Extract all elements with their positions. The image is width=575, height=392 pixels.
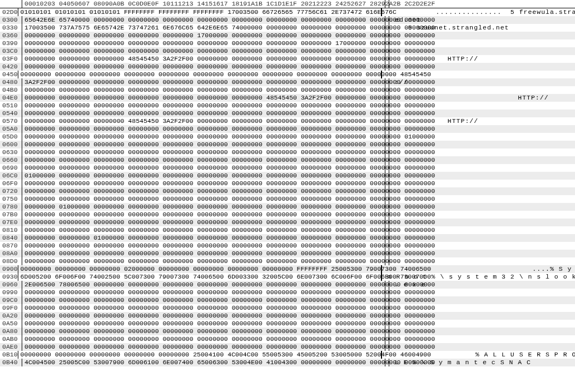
hex-cell[interactable]: 00000000 00000000 00000000 00000000 0000… [24,156,383,164]
hex-cell[interactable]: 00000000 00000000 00000000 00000000 0000… [24,343,383,351]
hex-cell[interactable]: 00000000 00000000 00000000 00000000 0000… [24,47,383,55]
hex-cell[interactable]: 00000000 00000000 00000000 00000000 0000… [24,32,383,39]
ascii-cell[interactable] [391,156,575,164]
ascii-cell[interactable]: :// [391,78,575,86]
hex-row[interactable]: 09F000000000 00000000 00000000 00000000 … [0,304,575,312]
hex-cell[interactable]: 00000000 00000000 00000000 00000000 0000… [24,86,383,94]
hex-cell[interactable]: 00000000 00000000 00000000 00000000 0000… [24,141,383,148]
hex-cell[interactable]: 3A2F2F00 00000000 00000000 00000000 0000… [24,78,383,86]
ascii-cell[interactable] [391,195,575,203]
ascii-cell[interactable] [391,39,575,47]
ascii-cell[interactable] [391,257,575,265]
ascii-cell[interactable] [391,141,575,148]
ascii-cell[interactable] [391,219,575,226]
hex-row[interactable]: 075000000000 00000000 00000000 00000000 … [0,195,575,203]
ascii-cell[interactable] [391,343,575,351]
hex-row[interactable]: 08A000000000 00000000 00000000 00000000 … [0,250,575,257]
ascii-cell[interactable] [391,320,575,328]
hex-row[interactable]: 0A2000000000 00000000 00000000 00000000 … [0,312,575,320]
hex-cell[interactable]: 00000000 00000000 00000000 00000000 0000… [24,125,383,133]
ascii-cell[interactable]: ed.net [391,16,575,24]
ascii-cell[interactable] [391,312,575,320]
ascii-cell[interactable] [391,242,575,250]
ascii-cell[interactable] [391,164,575,172]
hex-cell[interactable]: 00000000 00000000 00000000 00000000 0000… [24,335,383,343]
hex-cell[interactable]: 4C004500 25005C00 53007900 6D006100 6E00… [24,359,383,366]
hex-cell[interactable]: 00000000 00000000 00000000 00000000 0000… [24,180,383,187]
ascii-cell[interactable] [391,110,575,117]
hex-row[interactable]: 03F000000000 00000000 00000000 48545450 … [0,55,575,63]
hex-cell[interactable]: 01010101 01010101 01010101 FFFFFFFF FFFF… [21,8,379,16]
hex-row[interactable]: 09306D005200 6F006F00 74002500 5C007300 … [0,273,575,281]
ascii-cell[interactable] [391,304,575,312]
ascii-cell[interactable]: HTTP:// [391,55,575,63]
hex-row[interactable]: 042000000000 00000000 00000000 00000000 … [0,63,575,71]
hex-cell[interactable]: 00000000 00000000 01000000 00000000 0000… [24,234,383,242]
hex-row[interactable]: 0A5000000000 00000000 00000000 00000000 … [0,320,575,328]
hex-cell[interactable]: 6D005200 6F006F00 74002500 5C007300 7900… [21,273,379,281]
ascii-cell[interactable] [391,148,575,156]
hex-row[interactable]: 05D000000000 00000000 00000000 00000000 … [0,133,575,141]
ascii-cell[interactable] [391,172,575,180]
hex-cell[interactable]: 00000000 00000000 00000000 00000000 0000… [24,211,383,219]
hex-cell[interactable]: 17003500 737A7575 6E65742E 73747261 6E67… [24,24,383,32]
hex-row[interactable]: 04E000000000 00000000 00000000 00000000 … [0,94,575,102]
hex-cell[interactable]: 00000000 00000000 00000000 00000000 0000… [24,328,383,335]
hex-cell[interactable]: 00000000 00000000 00000000 00000000 0000… [24,219,383,226]
ascii-cell[interactable] [391,250,575,257]
hex-row[interactable]: 063000000000 00000000 00000000 00000000 … [0,148,575,156]
hex-row[interactable]: 060000000000 00000000 00000000 00000000 … [0,141,575,148]
hex-row[interactable]: 084000000000 00000000 01000000 00000000 … [0,234,575,242]
hex-cell[interactable]: 00000000 00000000 00000000 00000000 0000… [24,164,383,172]
hex-row[interactable]: 0AE000000000 00000000 00000000 00000000 … [0,343,575,351]
hex-row[interactable]: 090000000000 00000000 00000000 02000000 … [0,265,575,273]
ascii-cell[interactable] [391,289,575,296]
hex-row[interactable]: 099000000000 00000000 00000000 00000000 … [0,289,575,296]
hex-row[interactable]: 0B1000000000 00000000 00000000 00000000 … [0,351,575,359]
hex-row[interactable]: 072000000000 00000000 00000000 00000000 … [0,187,575,195]
hex-row[interactable]: 0AB000000000 00000000 00000000 00000000 … [0,335,575,343]
ascii-cell[interactable] [391,180,575,187]
ascii-cell[interactable]: HTTP:// [391,94,575,102]
hex-row[interactable]: 07B000000000 00000000 00000000 00000000 … [0,211,575,219]
hex-row[interactable]: 078000000000 01000000 00000000 00000000 … [0,203,575,211]
hex-row[interactable]: 057000000000 00000000 00000000 48545450 … [0,117,575,125]
hex-cell[interactable]: 00000000 00000000 00000000 00000000 0000… [24,102,383,110]
hex-cell[interactable]: 00000000 00000000 00000000 00000000 0000… [24,296,383,304]
hex-row[interactable]: 030065642E6E 65740000 00000000 00000000 … [0,16,575,24]
hex-cell[interactable]: 00000000 00000000 00000000 00000000 0000… [21,71,379,78]
hex-cell[interactable]: 00000000 00000000 00000000 00000000 0000… [24,312,383,320]
ascii-cell[interactable] [391,234,575,242]
ascii-cell[interactable] [391,226,575,234]
ascii-cell[interactable] [391,187,575,195]
ascii-cell[interactable] [391,32,575,39]
hex-row[interactable]: 081000000000 00000000 00000000 00000000 … [0,226,575,234]
ascii-cell[interactable] [391,63,575,71]
ascii-cell[interactable] [391,47,575,55]
hex-row[interactable]: 08D000000000 00000000 00000000 00000000 … [0,257,575,265]
hex-row[interactable]: 06F000000000 00000000 00000000 00000000 … [0,180,575,187]
hex-cell[interactable]: 2E006500 78006500 00000000 00000000 0000… [24,281,383,289]
ascii-cell[interactable]: L E % \ S y m a n t e c S N A C [391,359,575,366]
hex-row[interactable]: 069000000000 00000000 00000000 00000000 … [0,164,575,172]
hex-cell[interactable]: 00000000 00000000 00000000 00000000 0000… [24,250,383,257]
hex-row[interactable]: 09602E006500 78006500 00000000 00000000 … [0,281,575,289]
hex-row[interactable]: 036000000000 00000000 00000000 00000000 … [0,32,575,39]
ascii-cell[interactable]: ....% S y s t e [384,265,575,273]
ascii-cell[interactable] [391,86,575,94]
hex-row[interactable]: 051000000000 00000000 00000000 00000000 … [0,102,575,110]
ascii-cell[interactable]: % A L L U S E R S P R O F I [384,351,575,359]
hex-cell[interactable]: 00000000 00000000 00000000 48545450 3A2F… [24,117,383,125]
hex-row[interactable]: 09C000000000 00000000 00000000 00000000 … [0,296,575,304]
hex-cell[interactable]: 00000000 00000000 00000000 00000000 0000… [24,195,383,203]
hex-cell[interactable]: 00000000 00000000 00000000 00000000 0000… [24,63,383,71]
hex-cell[interactable]: 00000000 00000000 00000000 00000000 0000… [24,148,383,156]
ascii-cell[interactable]: ............... 5 freewula.strangl [384,8,575,16]
hex-row[interactable]: 066000000000 00000000 00000000 00000000 … [0,156,575,164]
hex-cell[interactable]: 00000000 01000000 00000000 00000000 0000… [24,203,383,211]
hex-cell[interactable]: 00000000 00000000 00000000 00000000 0000… [24,110,383,117]
hex-row[interactable]: 05A000000000 00000000 00000000 00000000 … [0,125,575,133]
hex-row[interactable]: 033017003500 737A7575 6E65742E 73747261 … [0,24,575,32]
ascii-cell[interactable] [391,296,575,304]
hex-row[interactable]: 06C001000000 00000000 00000000 00000000 … [0,172,575,180]
